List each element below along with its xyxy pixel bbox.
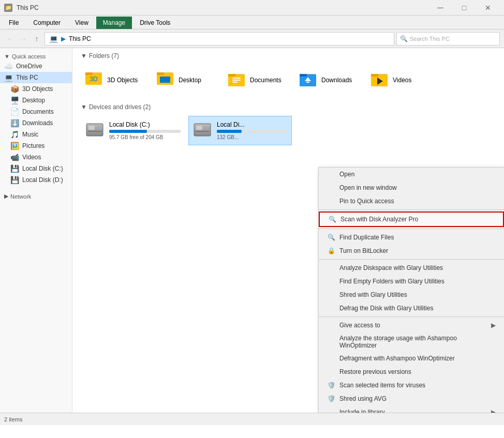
nav-bar: ← → ↑ 💻 ▶ This PC 🔍 Search This PC xyxy=(0,29,504,48)
folder-item-3dobjects[interactable]: 3D 3D Objects xyxy=(81,65,148,95)
sidebar-item-videos[interactable]: 📹 Videos xyxy=(0,152,72,163)
tab-manage[interactable]: Manage xyxy=(96,17,132,29)
folder-downloads-label: Downloads xyxy=(321,77,352,84)
main-layout: ▼ Quick access ☁️ OneDrive 💻 This PC 📦 3… xyxy=(0,48,504,413)
videos-icon: 📹 xyxy=(10,153,19,161)
ctx-shred-avg-label: Shred using AVG xyxy=(339,395,387,402)
sidebar-label-onedrive: OneDrive xyxy=(16,63,42,70)
svg-rect-11 xyxy=(232,78,241,79)
sidebar-item-music[interactable]: 🎵 Music xyxy=(0,129,72,140)
ctx-analyze-glary-icon xyxy=(327,264,335,272)
ctx-restore-versions[interactable]: Restore previous versions xyxy=(319,365,504,379)
ctx-analyze-ashampoo[interactable]: Analyze the storage usage with Ashampoo … xyxy=(319,332,504,352)
ctx-open-new-window[interactable]: Open in new window xyxy=(319,181,504,194)
sidebar-item-pictures[interactable]: 🖼️ Pictures xyxy=(0,140,72,152)
title-bar: 📁 This PC ─ □ ✕ xyxy=(0,0,504,16)
drives-section-header[interactable]: ▼ Devices and drives (2) xyxy=(81,103,496,111)
ctx-open-icon xyxy=(327,170,335,178)
folders-section-header[interactable]: ▼ Folders (7) xyxy=(81,52,496,59)
chevron-icon: ▼ xyxy=(4,53,10,59)
tab-computer[interactable]: Computer xyxy=(26,17,67,29)
tab-file[interactable]: File xyxy=(2,17,25,29)
folder-item-desktop[interactable]: Desktop xyxy=(152,65,219,95)
sidebar-item-documents[interactable]: 📄 Documents xyxy=(0,106,72,117)
drive-c-bar-container xyxy=(109,130,181,133)
drives-section-title: Devices and drives (2) xyxy=(89,103,151,111)
address-computer-icon: 💻 xyxy=(49,35,58,43)
svg-rect-16 xyxy=(300,74,307,77)
svg-rect-21 xyxy=(371,74,378,77)
sidebar-item-localdiskc[interactable]: 💾 Local Disk (C:) xyxy=(0,163,72,174)
quick-access-header[interactable]: ▼ Quick access xyxy=(0,50,72,61)
pictures-icon: 🖼️ xyxy=(10,142,19,150)
ctx-pin-icon xyxy=(327,197,335,205)
maximize-button[interactable]: □ xyxy=(452,0,476,16)
ctx-defrag-label: Defrag the Disk with Glary Utilities xyxy=(339,305,433,312)
drive-d-space: 132 GB... xyxy=(217,134,288,140)
ctx-pin-quick-access[interactable]: Pin to Quick access xyxy=(319,194,504,208)
drive-item-d[interactable]: Local Di... 132 GB... xyxy=(188,116,292,145)
ctx-shred-avg[interactable]: 🛡️ Shred using AVG xyxy=(319,392,504,405)
ctx-scan-icon: 🔍 xyxy=(328,215,336,223)
tab-view[interactable]: View xyxy=(68,17,95,29)
svg-rect-29 xyxy=(194,124,211,136)
folder-item-documents[interactable]: Documents xyxy=(224,65,291,95)
folder-item-videos[interactable]: Videos xyxy=(366,65,434,95)
svg-rect-18 xyxy=(306,82,309,83)
ctx-find-empty-glary[interactable]: Find Empty Folders with Glary Utilities xyxy=(319,275,504,288)
ctx-find-dup-icon: 🔍 xyxy=(327,233,335,241)
ctx-defrag-ashampoo-icon xyxy=(327,354,335,363)
folder-downloads-icon xyxy=(299,70,317,90)
ctx-give-access[interactable]: Give access to ▶ xyxy=(319,319,504,332)
address-bar[interactable]: 💻 ▶ This PC xyxy=(45,32,394,46)
sidebar-item-3dobjects[interactable]: 📦 3D Objects xyxy=(0,83,72,95)
close-button[interactable]: ✕ xyxy=(476,0,500,16)
sidebar-item-downloads[interactable]: ⬇️ Downloads xyxy=(0,117,72,129)
ctx-give-access-arrow: ▶ xyxy=(491,322,496,329)
drive-item-c[interactable]: Local Disk (C:) 95.7 GB free of 204 GB xyxy=(81,116,184,145)
sidebar-item-onedrive[interactable]: ☁️ OneDrive xyxy=(0,61,72,72)
folder-documents-label: Documents xyxy=(250,77,281,84)
folder-item-downloads[interactable]: Downloads xyxy=(295,65,362,95)
ctx-bitlocker-label: Turn on BitLocker xyxy=(339,247,388,254)
ctx-analyze-glary[interactable]: Analyze Diskspace with Glary Utilities xyxy=(319,261,504,275)
drive-c-info: Local Disk (C:) 95.7 GB free of 204 GB xyxy=(109,121,181,140)
ctx-scan-viruses[interactable]: 🛡️ Scan selected items for viruses xyxy=(319,379,504,392)
network-header[interactable]: ▶ Network xyxy=(0,190,72,201)
sidebar-item-desktop[interactable]: 🖥️ Desktop xyxy=(0,95,72,106)
ctx-include-library[interactable]: Include in library ▶ xyxy=(319,405,504,413)
drive-d-bar xyxy=(217,130,242,133)
sidebar-label-localdiskd: Local Disk (D:) xyxy=(22,176,63,184)
ctx-scan-disk-analyzer[interactable]: 🔍 Scan with Disk Analyzer Pro xyxy=(319,212,504,227)
tab-drive-tools[interactable]: Drive Tools xyxy=(133,17,177,29)
ctx-shred-glary[interactable]: Shred with Glary Utilities xyxy=(319,288,504,301)
drive-d-name: Local Di... xyxy=(217,121,288,128)
ctx-defrag-ashampoo[interactable]: Defragment with Ashampoo WinOptimizer xyxy=(319,352,504,365)
sidebar: ▼ Quick access ☁️ OneDrive 💻 This PC 📦 3… xyxy=(0,48,72,413)
ctx-find-empty-icon xyxy=(327,277,335,285)
onedrive-icon: ☁️ xyxy=(4,62,13,70)
back-button[interactable]: ← xyxy=(4,33,16,44)
downloads-icon: ⬇️ xyxy=(10,119,19,127)
ctx-analyze-ashampoo-label: Analyze the storage usage with Ashampoo … xyxy=(339,335,496,349)
ctx-divider-1 xyxy=(319,209,504,210)
search-bar[interactable]: 🔍 Search This PC xyxy=(396,32,500,46)
address-separator: ▶ xyxy=(61,35,66,42)
sidebar-item-thispc[interactable]: 💻 This PC xyxy=(0,72,72,83)
ctx-find-duplicates[interactable]: 🔍 Find Duplicate Files xyxy=(319,231,504,244)
thispc-icon: 💻 xyxy=(4,73,13,82)
minimize-button[interactable]: ─ xyxy=(428,0,452,16)
ctx-include-lib-label: Include in library xyxy=(339,409,384,413)
sidebar-item-localdiskd[interactable]: 💾 Local Disk (D:) xyxy=(0,174,72,186)
forward-button[interactable]: → xyxy=(18,33,29,44)
up-button[interactable]: ↑ xyxy=(31,33,42,44)
folders-collapse-icon: ▼ xyxy=(81,52,87,59)
ctx-defrag-glary[interactable]: Defrag the Disk with Glary Utilities xyxy=(319,301,504,315)
drive-d-bar-container xyxy=(217,130,288,133)
ctx-open[interactable]: Open xyxy=(319,168,504,181)
app-icon: 📁 xyxy=(4,4,12,12)
svg-rect-25 xyxy=(88,126,95,130)
svg-rect-24 xyxy=(86,124,103,136)
drive-c-icon xyxy=(84,119,105,142)
ctx-bitlocker[interactable]: 🔒 Turn on BitLocker xyxy=(319,244,504,258)
